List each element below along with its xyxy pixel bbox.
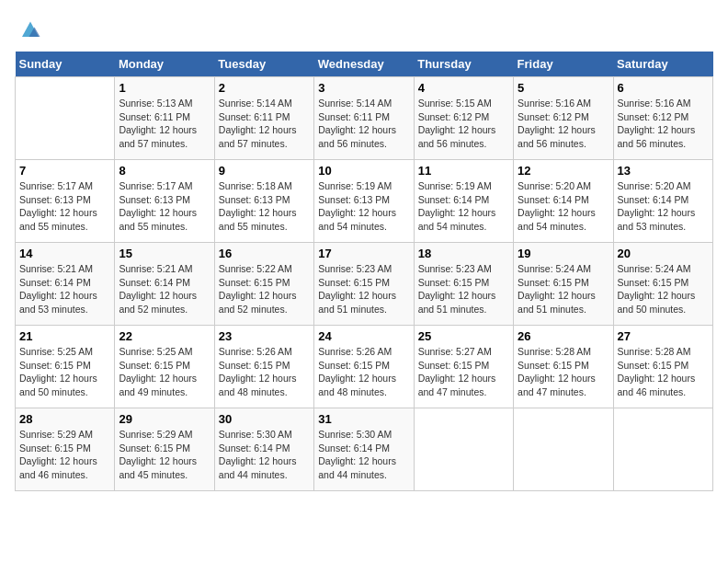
day-cell: 1Sunrise: 5:13 AM Sunset: 6:11 PM Daylig… [115, 77, 214, 160]
day-cell: 31Sunrise: 5:30 AM Sunset: 6:14 PM Dayli… [314, 408, 414, 491]
day-cell: 2Sunrise: 5:14 AM Sunset: 6:11 PM Daylig… [214, 77, 313, 160]
day-cell: 16Sunrise: 5:22 AM Sunset: 6:15 PM Dayli… [214, 243, 313, 326]
day-cell: 18Sunrise: 5:23 AM Sunset: 6:15 PM Dayli… [414, 243, 513, 326]
day-cell: 3Sunrise: 5:14 AM Sunset: 6:11 PM Daylig… [314, 77, 414, 160]
day-number: 4 [418, 81, 509, 95]
day-number: 24 [318, 329, 409, 343]
day-info: Sunrise: 5:26 AM Sunset: 6:15 PM Dayligh… [318, 345, 409, 399]
day-info: Sunrise: 5:23 AM Sunset: 6:15 PM Dayligh… [318, 262, 409, 316]
day-info: Sunrise: 5:29 AM Sunset: 6:15 PM Dayligh… [19, 428, 110, 482]
day-info: Sunrise: 5:15 AM Sunset: 6:12 PM Dayligh… [418, 97, 509, 151]
day-info: Sunrise: 5:29 AM Sunset: 6:15 PM Dayligh… [119, 428, 210, 482]
day-info: Sunrise: 5:21 AM Sunset: 6:14 PM Dayligh… [19, 262, 110, 316]
column-header-monday: Monday [115, 52, 214, 77]
day-info: Sunrise: 5:28 AM Sunset: 6:15 PM Dayligh… [618, 345, 709, 399]
day-number: 16 [219, 247, 310, 260]
day-info: Sunrise: 5:30 AM Sunset: 6:14 PM Dayligh… [318, 428, 409, 482]
day-info: Sunrise: 5:17 AM Sunset: 6:13 PM Dayligh… [119, 179, 210, 234]
day-number: 26 [518, 329, 609, 343]
day-number: 3 [318, 81, 409, 95]
day-number: 2 [219, 81, 310, 95]
day-info: Sunrise: 5:16 AM Sunset: 6:12 PM Dayligh… [518, 97, 609, 151]
day-number: 10 [318, 164, 409, 178]
day-number: 9 [219, 164, 310, 178]
day-info: Sunrise: 5:26 AM Sunset: 6:15 PM Dayligh… [219, 345, 310, 399]
week-row-4: 21Sunrise: 5:25 AM Sunset: 6:15 PM Dayli… [16, 326, 713, 408]
day-number: 27 [618, 329, 709, 343]
column-header-tuesday: Tuesday [214, 52, 313, 77]
day-cell [514, 408, 613, 491]
day-info: Sunrise: 5:14 AM Sunset: 6:11 PM Dayligh… [219, 97, 310, 151]
day-cell: 25Sunrise: 5:27 AM Sunset: 6:15 PM Dayli… [414, 326, 513, 408]
day-number: 18 [418, 247, 509, 260]
day-number: 23 [219, 329, 310, 343]
day-number: 14 [19, 247, 110, 260]
day-info: Sunrise: 5:23 AM Sunset: 6:15 PM Dayligh… [418, 262, 509, 316]
day-cell: 29Sunrise: 5:29 AM Sunset: 6:15 PM Dayli… [115, 408, 214, 491]
day-cell: 13Sunrise: 5:20 AM Sunset: 6:14 PM Dayli… [613, 160, 712, 243]
day-cell: 17Sunrise: 5:23 AM Sunset: 6:15 PM Dayli… [314, 243, 414, 326]
day-cell: 19Sunrise: 5:24 AM Sunset: 6:15 PM Dayli… [514, 243, 613, 326]
day-cell: 4Sunrise: 5:15 AM Sunset: 6:12 PM Daylig… [414, 77, 513, 160]
day-info: Sunrise: 5:17 AM Sunset: 6:13 PM Dayligh… [19, 179, 110, 234]
day-number: 20 [618, 247, 709, 260]
day-cell: 23Sunrise: 5:26 AM Sunset: 6:15 PM Dayli… [214, 326, 313, 408]
day-number: 5 [518, 81, 609, 95]
day-number: 30 [219, 412, 310, 426]
day-info: Sunrise: 5:13 AM Sunset: 6:11 PM Dayligh… [119, 97, 210, 151]
day-cell: 22Sunrise: 5:25 AM Sunset: 6:15 PM Dayli… [115, 326, 214, 408]
day-info: Sunrise: 5:14 AM Sunset: 6:11 PM Dayligh… [318, 97, 409, 151]
day-cell [613, 408, 712, 491]
day-cell: 24Sunrise: 5:26 AM Sunset: 6:15 PM Dayli… [314, 326, 414, 408]
day-cell: 28Sunrise: 5:29 AM Sunset: 6:15 PM Dayli… [16, 408, 115, 491]
day-cell: 9Sunrise: 5:18 AM Sunset: 6:13 PM Daylig… [214, 160, 313, 243]
day-number: 13 [618, 164, 709, 178]
day-info: Sunrise: 5:25 AM Sunset: 6:15 PM Dayligh… [119, 345, 210, 399]
day-number: 17 [318, 247, 409, 260]
day-number: 25 [418, 329, 509, 343]
day-cell [16, 77, 115, 160]
day-cell: 7Sunrise: 5:17 AM Sunset: 6:13 PM Daylig… [16, 160, 115, 243]
day-info: Sunrise: 5:21 AM Sunset: 6:14 PM Dayligh… [119, 262, 210, 316]
day-cell: 5Sunrise: 5:16 AM Sunset: 6:12 PM Daylig… [514, 77, 613, 160]
day-cell: 30Sunrise: 5:30 AM Sunset: 6:14 PM Dayli… [214, 408, 313, 491]
logo [15, 15, 44, 42]
day-info: Sunrise: 5:20 AM Sunset: 6:14 PM Dayligh… [518, 179, 609, 234]
day-number: 22 [119, 329, 210, 343]
day-info: Sunrise: 5:16 AM Sunset: 6:12 PM Dayligh… [618, 97, 709, 151]
week-row-5: 28Sunrise: 5:29 AM Sunset: 6:15 PM Dayli… [16, 408, 713, 491]
day-info: Sunrise: 5:25 AM Sunset: 6:15 PM Dayligh… [19, 345, 110, 399]
day-cell: 21Sunrise: 5:25 AM Sunset: 6:15 PM Dayli… [16, 326, 115, 408]
day-cell: 14Sunrise: 5:21 AM Sunset: 6:14 PM Dayli… [16, 243, 115, 326]
column-header-sunday: Sunday [16, 52, 115, 77]
column-header-wednesday: Wednesday [314, 52, 414, 77]
day-info: Sunrise: 5:28 AM Sunset: 6:15 PM Dayligh… [518, 345, 609, 399]
day-cell: 12Sunrise: 5:20 AM Sunset: 6:14 PM Dayli… [514, 160, 613, 243]
day-number: 11 [418, 164, 509, 178]
day-cell: 11Sunrise: 5:19 AM Sunset: 6:14 PM Dayli… [414, 160, 513, 243]
day-cell: 15Sunrise: 5:21 AM Sunset: 6:14 PM Dayli… [115, 243, 214, 326]
week-row-2: 7Sunrise: 5:17 AM Sunset: 6:13 PM Daylig… [16, 160, 713, 243]
day-info: Sunrise: 5:24 AM Sunset: 6:15 PM Dayligh… [618, 262, 709, 316]
day-info: Sunrise: 5:27 AM Sunset: 6:15 PM Dayligh… [418, 345, 509, 399]
day-cell [414, 408, 513, 491]
week-row-3: 14Sunrise: 5:21 AM Sunset: 6:14 PM Dayli… [16, 243, 713, 326]
day-number: 15 [119, 247, 210, 260]
day-number: 28 [19, 412, 110, 426]
day-number: 19 [518, 247, 609, 260]
day-cell: 26Sunrise: 5:28 AM Sunset: 6:15 PM Dayli… [514, 326, 613, 408]
day-info: Sunrise: 5:18 AM Sunset: 6:13 PM Dayligh… [219, 179, 310, 234]
day-number: 29 [119, 412, 210, 426]
day-info: Sunrise: 5:30 AM Sunset: 6:14 PM Dayligh… [219, 428, 310, 482]
week-row-1: 1Sunrise: 5:13 AM Sunset: 6:11 PM Daylig… [16, 77, 713, 160]
day-cell: 6Sunrise: 5:16 AM Sunset: 6:12 PM Daylig… [613, 77, 712, 160]
header-row: SundayMondayTuesdayWednesdayThursdayFrid… [16, 52, 713, 77]
day-number: 12 [518, 164, 609, 178]
column-header-friday: Friday [514, 52, 613, 77]
day-number: 6 [618, 81, 709, 95]
day-cell: 8Sunrise: 5:17 AM Sunset: 6:13 PM Daylig… [115, 160, 214, 243]
day-number: 8 [119, 164, 210, 178]
logo-icon [17, 15, 44, 42]
day-number: 1 [119, 81, 210, 95]
day-number: 31 [318, 412, 409, 426]
